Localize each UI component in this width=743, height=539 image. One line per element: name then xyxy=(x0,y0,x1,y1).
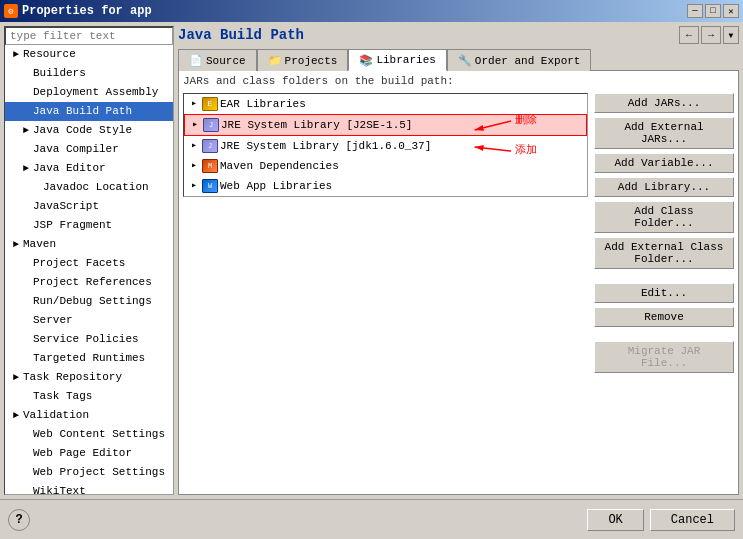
tree-item-resource[interactable]: ►Resource xyxy=(5,45,173,64)
expand-icon xyxy=(19,275,33,291)
action-btn-add-jars-[interactable]: Add JARs... xyxy=(594,93,734,113)
tree-item-web-page-editor[interactable]: Web Page Editor xyxy=(5,444,173,463)
tree-item-run/debug-settings[interactable]: Run/Debug Settings xyxy=(5,292,173,311)
tab-order-and-export[interactable]: 🔧Order and Export xyxy=(447,49,592,71)
expand-icon xyxy=(19,142,33,158)
tab-label: Libraries xyxy=(376,54,435,66)
action-btn-migrate-jar-file-: Migrate JAR File... xyxy=(594,341,734,373)
expand-icon xyxy=(19,427,33,443)
tree-item-server[interactable]: Server xyxy=(5,311,173,330)
lib-type-icon: M xyxy=(202,159,218,173)
action-btn-add-class-folder-[interactable]: Add Class Folder... xyxy=(594,201,734,233)
tree-container: ►Resource Builders Deployment Assembly J… xyxy=(5,45,173,495)
tree-item-task-tags[interactable]: Task Tags xyxy=(5,387,173,406)
nav-arrows: ← → ▼ xyxy=(679,26,739,44)
tab-source[interactable]: 📄Source xyxy=(178,49,257,71)
tree-item-deployment-assembly[interactable]: Deployment Assembly xyxy=(5,83,173,102)
nav-dropdown[interactable]: ▼ xyxy=(723,26,739,44)
expand-icon xyxy=(19,85,33,101)
forward-button[interactable]: → xyxy=(701,26,721,44)
lib-item-web-app-libraries[interactable]: ▸WWeb App Libraries xyxy=(184,176,587,196)
lib-expand-icon: ▸ xyxy=(186,137,202,155)
tree-item-java-compiler[interactable]: Java Compiler xyxy=(5,140,173,159)
library-tree[interactable]: ▸EEAR Libraries▸JJRE System Library [J2S… xyxy=(183,93,588,197)
expand-icon: ► xyxy=(19,161,33,177)
left-panel: ►Resource Builders Deployment Assembly J… xyxy=(4,26,174,495)
help-button[interactable]: ? xyxy=(8,509,30,531)
expand-icon xyxy=(19,332,33,348)
button-spacer xyxy=(594,273,734,279)
expand-icon: ► xyxy=(9,237,23,253)
lib-expand-icon: ▸ xyxy=(187,116,203,134)
app-icon: ⚙ xyxy=(4,4,18,18)
cancel-button[interactable]: Cancel xyxy=(650,509,735,531)
back-button[interactable]: ← xyxy=(679,26,699,44)
tree-item-builders[interactable]: Builders xyxy=(5,64,173,83)
content-area: ►Resource Builders Deployment Assembly J… xyxy=(0,22,743,499)
tab-projects[interactable]: 📁Projects xyxy=(257,49,349,71)
tree-item-wikitext[interactable]: WikiText xyxy=(5,482,173,495)
tab-icon-source: 📄 xyxy=(189,54,203,68)
right-buttons: Add JARs...Add External JARs...Add Varia… xyxy=(594,93,734,490)
tree-item-project-references[interactable]: Project References xyxy=(5,273,173,292)
action-btn-edit-[interactable]: Edit... xyxy=(594,283,734,303)
expand-icon xyxy=(19,199,33,215)
tree-item-javadoc-location[interactable]: Javadoc Location xyxy=(5,178,173,197)
filter-input[interactable] xyxy=(5,27,173,45)
tree-item-javascript[interactable]: JavaScript xyxy=(5,197,173,216)
tab-icon-libraries: 📚 xyxy=(359,53,373,67)
action-btn-remove[interactable]: Remove xyxy=(594,307,734,327)
title-bar-buttons: ─ □ ✕ xyxy=(687,4,739,18)
tree-item-java-build-path[interactable]: Java Build Path xyxy=(5,102,173,121)
tree-item-web-content-settings[interactable]: Web Content Settings xyxy=(5,425,173,444)
window-title: Properties for app xyxy=(22,4,152,18)
tree-item-java-editor[interactable]: ►Java Editor xyxy=(5,159,173,178)
action-btn-add-variable-[interactable]: Add Variable... xyxy=(594,153,734,173)
lib-type-icon: J xyxy=(203,118,219,132)
tree-item-jsp-fragment[interactable]: JSP Fragment xyxy=(5,216,173,235)
tree-item-targeted-runtimes[interactable]: Targeted Runtimes xyxy=(5,349,173,368)
expand-icon xyxy=(19,218,33,234)
panel-header: Java Build Path ← → ▼ xyxy=(178,26,739,44)
close-button[interactable]: ✕ xyxy=(723,4,739,18)
title-bar-left: ⚙ Properties for app xyxy=(4,4,152,18)
tree-item-maven[interactable]: ►Maven xyxy=(5,235,173,254)
lib-item-maven-dependencies[interactable]: ▸MMaven Dependencies xyxy=(184,156,587,176)
action-btn-add-library-[interactable]: Add Library... xyxy=(594,177,734,197)
ok-button[interactable]: OK xyxy=(587,509,643,531)
lib-type-icon: E xyxy=(202,97,218,111)
list-with-annotations: ▸EEAR Libraries▸JJRE System Library [J2S… xyxy=(183,93,588,490)
tree-item-service-policies[interactable]: Service Policies xyxy=(5,330,173,349)
expand-icon xyxy=(19,313,33,329)
lib-item-jre-system-library--jdk1-6-0_37-[interactable]: ▸JJRE System Library [jdk1.6.0_37] xyxy=(184,136,587,156)
build-path-description: JARs and class folders on the build path… xyxy=(183,75,734,87)
right-panel: Java Build Path ← → ▼ 📄Source📁Projects📚L… xyxy=(178,26,739,495)
lib-label: Maven Dependencies xyxy=(220,157,339,175)
tab-libraries[interactable]: 📚Libraries xyxy=(348,49,446,71)
tree-item-task-repository[interactable]: ►Task Repository xyxy=(5,368,173,387)
lib-type-icon: W xyxy=(202,179,218,193)
expand-icon: ► xyxy=(9,408,23,424)
lib-label: JRE System Library [jdk1.6.0_37] xyxy=(220,137,431,155)
maximize-button[interactable]: □ xyxy=(705,4,721,18)
tree-item-project-facets[interactable]: Project Facets xyxy=(5,254,173,273)
expand-icon xyxy=(19,294,33,310)
bottom-bar: ? OK Cancel xyxy=(0,499,743,539)
expand-icon xyxy=(19,104,33,120)
action-btn-add-external-jars-[interactable]: Add External JARs... xyxy=(594,117,734,149)
tree-item-web-project-settings[interactable]: Web Project Settings xyxy=(5,463,173,482)
lib-item-ear-libraries[interactable]: ▸EEAR Libraries xyxy=(184,94,587,114)
expand-icon xyxy=(19,484,33,495)
minimize-button[interactable]: ─ xyxy=(687,4,703,18)
action-btn-add-external-class-folder-[interactable]: Add External Class Folder... xyxy=(594,237,734,269)
button-spacer xyxy=(594,331,734,337)
panel-title: Java Build Path xyxy=(178,27,304,43)
lib-type-icon: J xyxy=(202,139,218,153)
lib-item-jre-system-library--j2se-1-5-[interactable]: ▸JJRE System Library [J2SE-1.5] xyxy=(184,114,587,136)
expand-icon xyxy=(19,256,33,272)
build-path-inner: ▸EEAR Libraries▸JJRE System Library [J2S… xyxy=(183,93,734,490)
tree-item-validation[interactable]: ►Validation xyxy=(5,406,173,425)
tree-item-java-code-style[interactable]: ►Java Code Style xyxy=(5,121,173,140)
build-path-content: JARs and class folders on the build path… xyxy=(178,70,739,495)
expand-icon xyxy=(19,465,33,481)
